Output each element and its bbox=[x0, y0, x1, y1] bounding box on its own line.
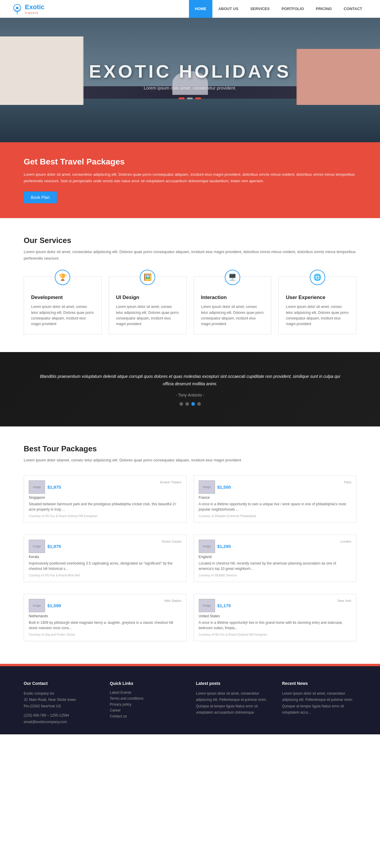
nav-links: HOME ABOUT US SERVICES PORTFOLIO PRICING… bbox=[189, 0, 368, 18]
service-icon-interaction-wrap: 🖥️ bbox=[225, 270, 240, 285]
tour-location-1: France bbox=[199, 495, 352, 500]
tour-header-4: image $1,599 Hills Station bbox=[29, 599, 182, 612]
nav-pricing[interactable]: PRICING bbox=[310, 0, 338, 18]
svg-point-1 bbox=[16, 7, 19, 9]
tour-tag-3: London bbox=[340, 540, 351, 543]
hero-section: EXOTIC HOLIDAYS Lorem ipsum dolo amet, c… bbox=[0, 18, 380, 142]
logo-text: Exotic travels bbox=[25, 3, 44, 14]
footer-link-3[interactable]: Career bbox=[110, 708, 184, 712]
tour-img-price-2: image $1,975 bbox=[29, 540, 61, 553]
footer-quicklinks-heading: Quick Links bbox=[110, 681, 184, 686]
footer-city: Pin-21542 NewYork US bbox=[24, 703, 98, 710]
footer-link-1[interactable]: Terms and conditions bbox=[110, 696, 184, 701]
red-section: Get Best Travel Packages Lorem ipsum dol… bbox=[0, 142, 380, 218]
tdot-3[interactable] bbox=[191, 402, 195, 406]
tour-price-4: $1,599 bbox=[48, 603, 61, 608]
hero-dot-1[interactable] bbox=[179, 97, 185, 99]
red-title: Get Best Travel Packages bbox=[24, 157, 356, 166]
tour-card-3: image $1,295 London England Located in c… bbox=[194, 535, 357, 582]
tour-image-0: image bbox=[29, 480, 45, 494]
tour-location-2: Kerala bbox=[29, 555, 182, 559]
tour-location-4: Netherlands bbox=[29, 614, 182, 618]
footer-news-heading: Recent News bbox=[282, 681, 356, 686]
tour-price-0: $1,975 bbox=[48, 485, 61, 490]
tour-price-5: $1,175 bbox=[217, 603, 231, 608]
hero-dots bbox=[89, 97, 291, 99]
footer-contact-heading: Our Contact bbox=[24, 681, 98, 686]
globe-icon: 🌐 bbox=[313, 274, 321, 281]
tdot-2[interactable] bbox=[185, 402, 189, 406]
footer-link-2[interactable]: Privacy policy bbox=[110, 702, 184, 707]
service-text-1: Lorem ipsum dolor sit amet, consec tetur… bbox=[116, 304, 179, 327]
tour-credit-1: Courtesy of Elfadden Entremet Philadelph… bbox=[199, 515, 352, 518]
hero-subtitle: Lorem ipsum dolo amet, consectetur provi… bbox=[89, 85, 291, 90]
hero-content: EXOTIC HOLIDAYS Lorem ipsum dolo amet, c… bbox=[89, 61, 291, 99]
tour-desc-2: Impressively positioned overlooking 3.5 … bbox=[29, 561, 182, 571]
footer-posts-text: Lorem ipsum dolor sit amet, consectetur … bbox=[196, 690, 271, 716]
tours-desc: Lorem ipsum dolor sitamet, consec tetur … bbox=[24, 457, 356, 464]
footer-company: Exotic company Inc bbox=[24, 690, 98, 697]
tdot-1[interactable] bbox=[180, 402, 183, 406]
tour-tag-2: Green Carpet bbox=[162, 540, 182, 543]
tdot-4[interactable] bbox=[197, 402, 201, 406]
tour-img-price-3: image $1,295 bbox=[199, 540, 231, 553]
tour-price-1: $1,500 bbox=[217, 485, 231, 490]
nav-portfolio[interactable]: PORTFOLIO bbox=[276, 0, 310, 18]
monitor-icon: 🖥️ bbox=[228, 274, 236, 281]
tour-img-price-0: image $1,975 bbox=[29, 480, 61, 494]
footer-contact-col: Our Contact Exotic company Inc JC Main R… bbox=[24, 681, 98, 725]
hero-buildings-left bbox=[0, 36, 84, 105]
book-plan-button[interactable]: Book Plan bbox=[24, 191, 57, 203]
tours-grid: image $1,975 Hi-tech Towers Singapore Si… bbox=[24, 475, 356, 646]
tour-price-3: $1,295 bbox=[217, 544, 231, 549]
tour-credit-4: Courtesy of Jing and Foster, Devon bbox=[29, 633, 182, 636]
logo-name: Exotic bbox=[25, 3, 44, 11]
service-card-development: 🏆 Development Lorem ipsum dolor sit amet… bbox=[24, 277, 102, 334]
service-card-userexp: 🌐 User Experience Lorem ipsum dolor sit … bbox=[278, 277, 356, 334]
footer-link-4[interactable]: Contact us bbox=[110, 714, 184, 718]
nav-services[interactable]: SERVICES bbox=[244, 0, 276, 18]
footer: Our Contact Exotic company Inc JC Main R… bbox=[0, 666, 380, 734]
tour-location-3: England bbox=[199, 555, 352, 559]
footer-news-text: Lorem ipsum dolor sit amet, consectetur … bbox=[282, 690, 356, 716]
tour-image-3: image bbox=[199, 540, 215, 553]
tour-card-0: image $1,975 Hi-tech Towers Singapore Si… bbox=[24, 475, 187, 523]
red-text: Lorem ipsum dolor sit amet, consectetur … bbox=[24, 171, 356, 184]
service-name-2: Interaction bbox=[201, 294, 264, 301]
tour-desc-1: A once in a lifetime opportunity to own … bbox=[199, 501, 352, 512]
tour-img-price-5: image $1,175 bbox=[199, 599, 231, 612]
service-card-uidesign: 🖼️ UI Design Lorem ipsum dolor sit amet,… bbox=[109, 277, 187, 334]
service-name-0: Development bbox=[31, 294, 94, 301]
nav-home[interactable]: HOME bbox=[189, 0, 212, 18]
services-section: Our Services Lorem ipsum dolor sit amet,… bbox=[0, 218, 380, 352]
nav-about[interactable]: ABOUT US bbox=[212, 0, 244, 18]
hero-dot-2[interactable] bbox=[187, 97, 193, 99]
hero-buildings-right bbox=[296, 49, 380, 105]
tour-header-0: image $1,975 Hi-tech Towers bbox=[29, 480, 182, 494]
footer-posts-heading: Latest posts bbox=[196, 681, 271, 686]
service-card-interaction: 🖥️ Interaction Lorem ipsum dolor sit ame… bbox=[194, 277, 272, 334]
testimonial-section: Blanditiis praesentium voluptatum deleni… bbox=[0, 352, 380, 426]
hero-title: EXOTIC HOLIDAYS bbox=[89, 61, 291, 82]
service-icon-uidesign-wrap: 🖼️ bbox=[140, 270, 155, 285]
testimonial-author: - Tony Antonio - bbox=[36, 393, 344, 397]
tour-tag-0: Hi-tech Towers bbox=[160, 480, 182, 484]
hero-dot-3[interactable] bbox=[195, 97, 201, 99]
services-grid: 🏆 Development Lorem ipsum dolor sit amet… bbox=[24, 277, 356, 334]
service-text-0: Lorem ipsum dolor sit amet, consec tetur… bbox=[31, 304, 94, 327]
tour-img-price-4: image $1,599 bbox=[29, 599, 61, 612]
tour-card-1: image $1,500 Paris France A once in a li… bbox=[194, 475, 357, 523]
nav-contact[interactable]: CONTACT bbox=[338, 0, 368, 18]
logo-sub: travels bbox=[25, 11, 44, 14]
tour-image-1: image bbox=[199, 480, 215, 494]
testimonial-dots bbox=[36, 402, 344, 406]
testimonial-text: Blanditiis praesentium voluptatum deleni… bbox=[36, 373, 344, 388]
tour-tag-5: New York bbox=[338, 599, 351, 602]
service-name-3: User Experience bbox=[286, 294, 349, 301]
footer-grid: Our Contact Exotic company Inc JC Main R… bbox=[24, 681, 356, 725]
tour-location-5: United States bbox=[199, 614, 352, 618]
service-text-2: Lorem ipsum dolor sit amet, consec tetur… bbox=[201, 304, 264, 327]
footer-email: email@exoticcompany.com bbox=[24, 719, 98, 725]
footer-posts-col: Latest posts Lorem ipsum dolor sit amet,… bbox=[196, 681, 271, 725]
footer-link-0[interactable]: Latest Events bbox=[110, 690, 184, 695]
